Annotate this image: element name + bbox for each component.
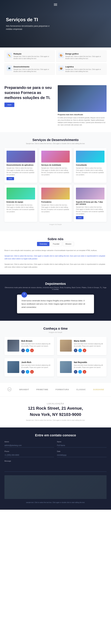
dev-card-desc-5: Sample text. Click to select the text bo…: [41, 204, 70, 213]
dev-card-img-1: [6, 151, 35, 162]
google-icon-maria[interactable]: g: [83, 349, 86, 352]
dev-services-section: Serviços de Desenvolvimento Sample text.…: [0, 132, 111, 231]
contact-admin-group: Admin: [4, 441, 54, 448]
preparing-title: Preparando-se para o seu sucesso Forneca…: [4, 85, 53, 100]
tab-mission[interactable]: Mission: [63, 242, 74, 246]
location-sample: Sample text. Click to select the text bo…: [4, 419, 107, 422]
dev-card-desc-1: Sample text. Click to select the text bo…: [6, 167, 35, 176]
quote-icon: ": [21, 292, 27, 298]
team-info-nat: Nat Reynolds Quis erat dolor lorem tinci…: [74, 361, 104, 374]
hero-subtitle: Nós fornecemos terceirizados para pequen…: [6, 24, 56, 31]
about-section: Sobre nós Overview Founder Mission Brave…: [0, 231, 111, 274]
dev-card-3: Consultando Sample text. Click to select…: [74, 148, 107, 183]
hero-content: Serviços de TI Nós fornecemos terceiriza…: [0, 11, 62, 37]
facebook-icon-bob[interactable]: f: [21, 349, 25, 352]
contact-date-input[interactable]: [57, 453, 107, 457]
team-card-nat: Nat Reynolds Quis erat dolor lorem tinci…: [57, 358, 107, 376]
service-item-logistica: 📦 Logística Sample text. Click to select…: [56, 64, 107, 75]
service-desc-logistica: Sample text. Click to select the text bo…: [65, 68, 104, 72]
menu-button[interactable]: [53, 2, 58, 7]
contact-phone-input[interactable]: [4, 453, 54, 457]
dev-card-1: Desenvolvimento de aplicativos Sample te…: [4, 148, 37, 183]
preparing-desc: In mollis sed at tempor mass is hendreri…: [58, 117, 107, 126]
location-label: Localização: [4, 402, 107, 405]
service-title-dev: Desenvolvimento: [13, 66, 53, 68]
dev-card-title-1: Desenvolvimento de aplicativos: [6, 164, 35, 166]
redacao-icon: ✏️: [7, 53, 12, 58]
google-icon-bob[interactable]: g: [30, 349, 34, 352]
partner-logo-primetime: PRIMETIME: [36, 388, 48, 391]
dev-card-btn-6[interactable]: more: [76, 216, 84, 219]
social-icons-maria: f t g: [74, 349, 104, 352]
about-tabs: Overview Founder Mission: [4, 242, 107, 246]
preparing-left: Preparando-se para o seu sucesso Forneca…: [4, 85, 53, 107]
facebook-icon-maria[interactable]: f: [74, 349, 77, 352]
preparing-more-button[interactable]: more: [4, 102, 14, 107]
service-desc-redacao: Sample text. Click to select the text bo…: [13, 56, 53, 60]
avatar-jonh: [7, 361, 19, 373]
twitter-icon-bob[interactable]: t: [26, 349, 29, 352]
dev-card-desc-3: Sample text. Click to select the text bo…: [76, 167, 105, 176]
dev-card-title-6: Suporte 24 horas por dia, 7 dias por sem…: [76, 201, 105, 205]
dev-icon: 💻: [7, 66, 12, 71]
tab-founder[interactable]: Founder: [50, 242, 62, 246]
design-icon: 🎨: [58, 53, 64, 58]
service-item-design: 🎨 Design gráfico Sample text. Click to s…: [56, 50, 107, 62]
partner-logo-classic: CLASSIC: [76, 388, 86, 391]
partner-logo-cb: CB: [7, 387, 12, 392]
contact-name-label: Name: [57, 441, 107, 442]
service-title-logistica: Logística: [65, 66, 104, 68]
dev-services-title: Serviços de Desenvolvimento: [4, 138, 107, 142]
services-section: ✏️ Redação Sample text. Click to select …: [0, 48, 111, 79]
logistica-icon: 📦: [58, 66, 64, 71]
location-address1: 121 Rock Street, 21 Avenue,: [4, 406, 107, 411]
dev-card-6: Suporte 24 horas por dia, 7 dias por sem…: [74, 185, 107, 222]
service-title-redacao: Redação: [13, 53, 53, 55]
contact-admin-input[interactable]: [4, 444, 54, 448]
dev-card-title-4: Extensão de equipe: [6, 201, 35, 203]
avatar-maria: [60, 340, 72, 352]
dev-card-btn-1[interactable]: more: [6, 177, 14, 180]
about-desc2: Sample text. Click to select the text bo…: [4, 254, 107, 260]
social-icons-jonh: f t g: [21, 370, 51, 374]
team-card-jonh: Jonh Rich Quis erat dolor lorem tincidun…: [4, 358, 54, 376]
team-name-jonh: Jonh Rich: [21, 361, 51, 364]
team-section: Conheça o time Imagem de freepik Bob Bro…: [0, 321, 111, 382]
contact-message-input[interactable]: [4, 463, 107, 472]
dev-services-grid: Desenvolvimento de aplicativos Sample te…: [4, 148, 107, 222]
location-section: Localização 121 Rock Street, 21 Avenue, …: [0, 396, 111, 428]
google-icon-nat[interactable]: g: [83, 370, 86, 374]
dev-card-img-4: [6, 188, 35, 200]
dev-services-subtitle: Sample text. Click to select the text bo…: [4, 143, 107, 144]
contact-image: [4, 475, 107, 499]
team-info-jonh: Jonh Rich Quis erat dolor lorem tincidun…: [21, 361, 51, 374]
facebook-icon-jonh[interactable]: f: [21, 370, 25, 374]
contact-date-group: Date: [57, 450, 107, 457]
about-desc3: Sample text. Click to select the text bo…: [4, 263, 107, 268]
twitter-icon-jonh[interactable]: t: [26, 370, 29, 374]
dev-card-title-2: Serviços de mobilidade: [41, 164, 70, 166]
hero-section: Serviços de TI Nós fornecemos terceiriza…: [0, 0, 111, 48]
service-text-design: Design gráfico Sample text. Click to sel…: [65, 53, 104, 60]
contact-form-grid: Admin Name Phone Date: [4, 441, 107, 457]
service-title-design: Design gráfico: [65, 53, 104, 55]
facebook-icon-nat[interactable]: f: [74, 370, 77, 374]
contact-name-input[interactable]: [57, 444, 107, 448]
twitter-icon-maria[interactable]: t: [78, 349, 82, 352]
dev-card-4: Extensão de equipe Sample text. Click to…: [4, 185, 37, 222]
social-icons-bob: f t g: [21, 349, 51, 352]
team-card-bob: Bob Brown Quis erat dolor lorem tincidun…: [4, 337, 54, 355]
tab-overview[interactable]: Overview: [37, 242, 49, 246]
google-icon-jonh[interactable]: g: [30, 370, 34, 374]
contact-phone-group: Phone: [4, 450, 54, 457]
team-name-bob: Bob Brown: [21, 340, 51, 342]
testimonials-section: Depoimentos Oferecemos muito pelos demai…: [0, 274, 111, 321]
about-desc1: Brave é uma solução web inovadora, que c…: [4, 249, 107, 252]
twitter-icon-nat[interactable]: t: [78, 370, 82, 374]
preparing-right: Programa mais bem classificado In mollis…: [58, 85, 107, 126]
social-icons-nat: f t g: [74, 370, 104, 374]
preparing-caption: Programa mais bem classificado: [58, 114, 107, 116]
team-desc-maria: Quis erat dolor lorem tincidunt adipisci…: [74, 343, 104, 347]
service-desc-design: Sample text. Click to select the text bo…: [65, 56, 104, 60]
dev-card-desc-4: Sample text. Click to select the text bo…: [6, 204, 35, 213]
